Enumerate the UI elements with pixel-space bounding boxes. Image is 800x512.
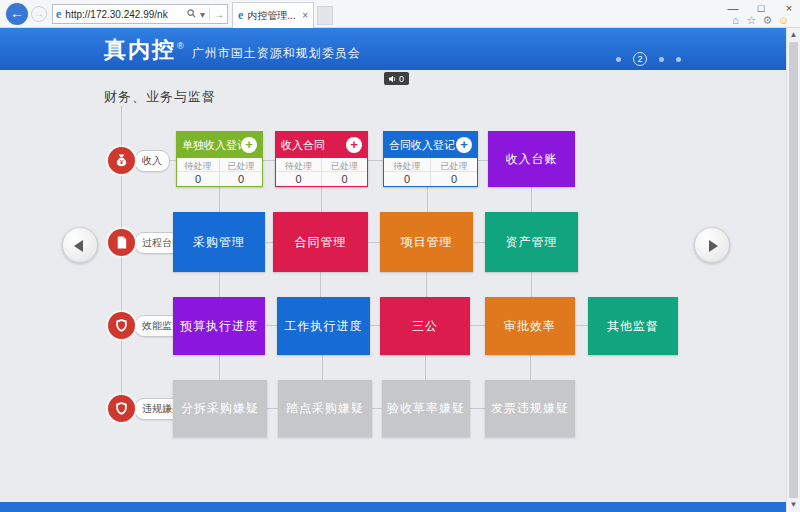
flow-card[interactable]: 收入台账 — [488, 131, 575, 187]
flow-card[interactable]: 三公 — [380, 297, 470, 355]
card-title: 单独收入登记 — [182, 138, 241, 153]
row-label-pill: 收入 — [134, 150, 170, 172]
back-button[interactable]: ← — [6, 3, 28, 25]
card-counters: 待处理0已处理0 — [384, 158, 477, 186]
flow-card[interactable]: 踏点采购嫌疑 — [278, 380, 372, 437]
pending-value: 0 — [177, 172, 219, 186]
next-arrow-button[interactable] — [694, 227, 730, 263]
flow-connector — [320, 272, 321, 297]
left-arrow-icon — [74, 240, 83, 252]
organization-name: 广州市国土资源和规划委员会 — [192, 45, 361, 62]
pending-label: 待处理 — [384, 158, 430, 172]
done-value: 0 — [322, 172, 367, 186]
card-header: 收入合同+ — [276, 132, 367, 158]
card-header: 合同收入登记+ — [384, 132, 477, 158]
flow-card[interactable]: 采购管理 — [173, 212, 265, 272]
autocomplete-dropdown-icon[interactable]: ▾ — [200, 9, 205, 20]
done-counter: 已处理0 — [321, 158, 367, 186]
card-header: 单独收入登记+ — [177, 132, 262, 158]
card-title: 合同收入登记 — [389, 138, 456, 153]
tab-favicon-icon: e — [238, 8, 243, 23]
flow-card[interactable]: 发票违规嫌疑 — [485, 380, 575, 437]
flow-connector — [531, 272, 532, 297]
shield-icon — [108, 312, 135, 339]
prev-arrow-button[interactable] — [62, 227, 98, 263]
flow-card[interactable]: 预算执行进度 — [173, 297, 265, 355]
vertical-scrollbar[interactable]: ▲ ▼ — [786, 28, 800, 512]
settings-gear-icon[interactable]: ⚙ — [760, 13, 775, 27]
pending-label: 待处理 — [276, 158, 321, 172]
add-button[interactable]: + — [456, 137, 472, 153]
app-logo: 真内控 ® 广州市国土资源和规划委员会 — [104, 35, 361, 65]
tab-title: 内控管理... — [247, 9, 299, 23]
done-label: 已处理 — [322, 158, 367, 172]
scrollbar-thumb[interactable] — [789, 42, 798, 498]
forward-button[interactable]: → — [31, 6, 47, 22]
flow-card[interactable]: 单独收入登记+待处理0已处理0 — [176, 131, 263, 187]
flow-card[interactable]: 合同管理 — [273, 212, 368, 272]
browser-window: ← → e http://172.30.242.99/nk ▾ → e 内控管理… — [0, 0, 800, 512]
done-value: 0 — [220, 172, 262, 186]
flow-card[interactable]: 其他监督 — [588, 297, 678, 355]
flow-card[interactable]: 项目管理 — [380, 212, 473, 272]
flow-connector — [322, 355, 323, 380]
page-favicon-icon: e — [56, 7, 61, 22]
flow-card[interactable]: 分拆采购嫌疑 — [173, 380, 267, 437]
flow-connector — [219, 272, 220, 297]
done-value: 0 — [431, 172, 477, 186]
flow-connector — [425, 355, 426, 380]
shield-icon — [108, 395, 135, 422]
done-label: 已处理 — [220, 158, 262, 172]
go-refresh-icon[interactable]: → — [214, 9, 224, 20]
done-counter: 已处理0 — [430, 158, 477, 186]
tab-close-icon[interactable]: × — [302, 10, 308, 21]
speaker-icon — [389, 75, 397, 83]
favorites-star-icon[interactable]: ☆ — [744, 13, 759, 27]
new-tab-button[interactable] — [317, 6, 333, 25]
scroll-down-icon[interactable]: ▼ — [787, 500, 800, 509]
home-icon[interactable]: ⌂ — [728, 13, 743, 27]
pending-counter: 待处理0 — [276, 158, 321, 186]
add-button[interactable]: + — [241, 137, 257, 153]
pager-dot[interactable] — [676, 57, 681, 62]
flow-card[interactable]: 验收草率嫌疑 — [382, 380, 470, 437]
browser-tab[interactable]: e 内控管理... × — [232, 2, 314, 28]
scroll-up-icon[interactable]: ▲ — [787, 30, 800, 39]
pager-dot[interactable] — [659, 57, 664, 62]
flow-connector — [321, 187, 322, 212]
logo-text: 真内控 — [104, 35, 176, 65]
search-icon[interactable] — [187, 9, 196, 20]
flow-connector — [530, 355, 531, 380]
card-counters: 待处理0已处理0 — [276, 158, 367, 186]
flow-card[interactable]: 收入合同+待处理0已处理0 — [275, 131, 368, 187]
address-bar[interactable]: e http://172.30.242.99/nk ▾ → — [52, 4, 228, 24]
pending-counter: 待处理0 — [177, 158, 219, 186]
app-header: 真内控 ® 广州市国土资源和规划委员会 2 — [0, 28, 786, 70]
registered-mark: ® — [177, 41, 184, 51]
sound-count: 0 — [399, 74, 404, 84]
card-counters: 待处理0已处理0 — [177, 158, 262, 186]
done-counter: 已处理0 — [219, 158, 262, 186]
flow-card[interactable]: 工作执行进度 — [277, 297, 370, 355]
document-icon — [108, 229, 135, 256]
flow-card[interactable]: 合同收入登记+待处理0已处理0 — [383, 131, 478, 187]
page-viewport: 真内控 ® 广州市国土资源和规划委员会 2 0 财务、业务与监督 ¥收入单独收入… — [0, 28, 800, 512]
page-indicator: 2 — [616, 52, 681, 66]
url-text[interactable]: http://172.30.242.99/nk — [65, 9, 183, 20]
address-bar-divider — [209, 7, 210, 21]
flow-connector — [426, 272, 427, 297]
right-arrow-icon — [709, 240, 718, 252]
feedback-smiley-icon[interactable]: ☺ — [776, 13, 791, 27]
pager-current-page[interactable]: 2 — [633, 52, 647, 66]
section-title: 财务、业务与监督 — [104, 88, 216, 106]
moneybag-icon: ¥ — [108, 147, 135, 174]
card-title: 收入合同 — [281, 138, 346, 153]
add-button[interactable]: + — [346, 137, 362, 153]
done-label: 已处理 — [431, 158, 477, 172]
browser-chrome: ← → e http://172.30.242.99/nk ▾ → e 内控管理… — [0, 0, 800, 28]
flow-card[interactable]: 审批效率 — [485, 297, 575, 355]
flow-connector — [219, 355, 220, 380]
flow-card[interactable]: 资产管理 — [485, 212, 578, 272]
pager-dot[interactable] — [616, 57, 621, 62]
sound-notification-badge[interactable]: 0 — [384, 72, 409, 85]
